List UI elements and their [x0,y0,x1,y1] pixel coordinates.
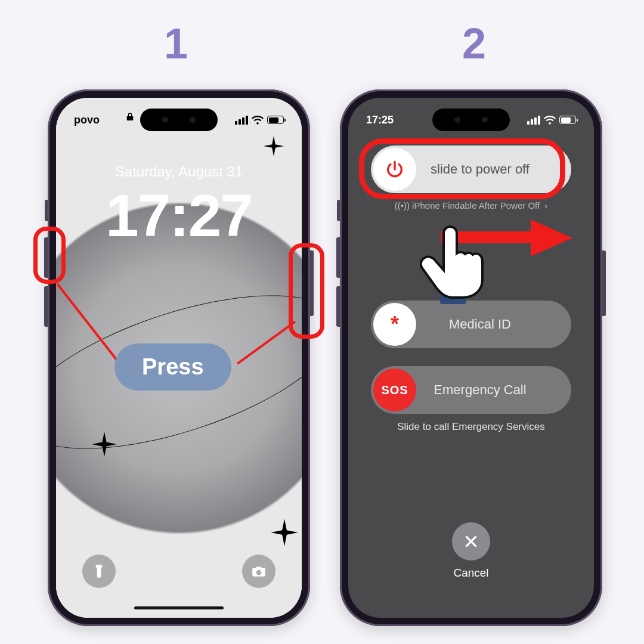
sos-subtext: Slide to call Emergency Services [348,421,594,433]
location-icon: ((•)) [395,200,410,210]
sparkle-icon [271,519,298,546]
battery-icon [559,116,576,124]
wifi-icon [252,116,264,125]
flashlight-button[interactable] [82,555,116,588]
dynamic-island [432,109,510,131]
medical-id-knob[interactable]: * [373,303,416,346]
hand-pointer-icon [417,222,489,314]
highlight-power-slider [359,138,565,199]
sparkle-icon [92,432,117,457]
cancel-group: Cancel [348,522,594,580]
sos-knob[interactable]: SOS [373,369,416,411]
status-time: 17:25 [366,114,394,126]
lock-icon [125,111,135,123]
highlight-volume-up [33,227,66,284]
lock-time: 17:27 [56,181,302,250]
cell-signal-icon [527,116,540,125]
volume-up-button[interactable] [336,237,340,278]
sos-text: SOS [381,383,408,397]
lock-date: Saturday, August 31 [56,163,302,180]
camera-icon [251,564,267,579]
step-number-1: 1 [36,19,316,68]
volume-down-button[interactable] [336,286,340,327]
asterisk-icon: * [391,312,399,337]
sparkle-icon [264,136,284,156]
chevron-right-icon: › [544,200,547,210]
ringer-switch[interactable] [337,200,340,221]
cancel-button[interactable] [452,522,490,561]
press-label: Press [114,343,231,391]
cancel-label: Cancel [348,566,594,580]
home-indicator[interactable] [134,606,224,609]
wifi-icon [544,116,556,125]
step-number-2: 2 [334,19,614,68]
dynamic-island [140,109,218,131]
volume-down-button[interactable] [44,286,48,327]
side-power-button[interactable] [602,250,606,316]
medical-id-label: Medical ID [419,317,571,332]
battery-icon [267,116,284,124]
cell-signal-icon [235,116,248,125]
ringer-switch[interactable] [45,200,48,221]
emergency-call-label: Emergency Call [419,382,571,398]
flashlight-icon [91,564,107,579]
highlight-side-button [289,243,324,339]
camera-button[interactable] [242,555,275,588]
findable-note[interactable]: ((•)) iPhone Findable After Power Off › [348,200,594,210]
close-icon [463,534,479,549]
carrier-label: povo [74,114,100,126]
emergency-sos-slider[interactable]: SOS Emergency Call [371,366,571,414]
findable-text: iPhone Findable After Power Off [412,200,540,210]
